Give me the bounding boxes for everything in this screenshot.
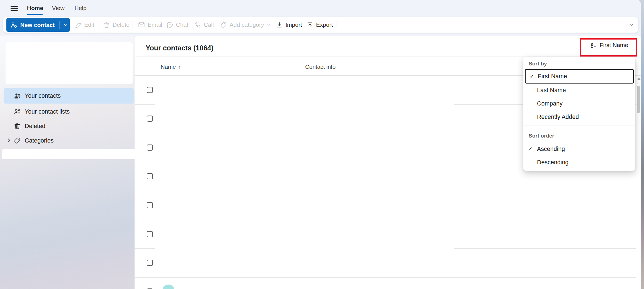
contact-list-icon — [13, 108, 21, 116]
chevron-right-icon[interactable] — [6, 138, 12, 143]
page-title: Your contacts (1064) — [146, 44, 213, 52]
sort-order-descending[interactable]: Descending — [523, 156, 635, 169]
contact-row-checkbox[interactable] — [147, 144, 153, 151]
scrollbar-thumb[interactable] — [637, 86, 640, 113]
sidebar-item-categories[interactable]: Categories — [4, 133, 134, 148]
row-separator — [135, 104, 155, 105]
contact-row-checkbox[interactable] — [147, 173, 153, 179]
command-toolbar: New contact Edit — [3, 17, 638, 33]
menu-divider — [523, 126, 635, 126]
sort-option-company[interactable]: Company — [523, 97, 635, 110]
row-separator — [454, 220, 636, 220]
sidebar-item-label: Categories — [25, 137, 54, 144]
active-tab-underline — [27, 14, 43, 15]
sort-order-section-label: Sort order — [529, 133, 554, 139]
edit-button[interactable]: Edit — [75, 17, 94, 33]
toolbar-divider — [133, 21, 133, 29]
new-contact-label: New contact — [20, 22, 55, 28]
sidebar-bottom-strip — [2, 149, 135, 159]
column-header-contact-info[interactable]: Contact info — [305, 63, 335, 70]
sidebar-empty-panel — [6, 42, 133, 84]
person-add-icon — [10, 21, 18, 29]
email-label: Email — [148, 21, 162, 28]
call-button[interactable]: Call — [194, 17, 214, 33]
contact-row-checkbox[interactable] — [147, 231, 153, 237]
row-separator — [454, 191, 636, 191]
category-tag-icon — [13, 137, 21, 144]
add-category-label: Add category — [230, 21, 264, 28]
tab-home[interactable]: Home — [27, 5, 43, 11]
sidebar-item-label: Your contact lists — [25, 108, 70, 115]
chat-bubble-icon — [166, 21, 173, 28]
checkmark-icon: ✓ — [527, 146, 534, 152]
toolbar-overflow-chevron[interactable] — [629, 17, 634, 33]
outlook-people-window: Home View Help New contact — [0, 0, 641, 289]
tab-view[interactable]: View — [52, 5, 64, 11]
red-annotation-rectangle — [580, 38, 637, 57]
row-separator — [135, 277, 636, 278]
contact-row-checkbox[interactable] — [147, 260, 153, 266]
new-contact-dropdown-chevron[interactable] — [61, 18, 70, 32]
sidebar-item-label: Your contacts — [25, 92, 61, 99]
category-tag-icon — [220, 21, 227, 28]
column-header-name[interactable]: Name↑ — [161, 63, 181, 70]
edit-label: Edit — [84, 21, 94, 28]
add-category-chevron-icon — [267, 23, 271, 27]
trash-icon — [103, 21, 110, 28]
row-separator — [135, 248, 155, 249]
toolbar-divider — [98, 21, 98, 29]
title-divider — [135, 57, 636, 57]
sort-order-ascending[interactable]: ✓ Ascending — [523, 142, 635, 156]
contact-row-checkbox[interactable] — [147, 202, 153, 208]
avatar — [162, 285, 175, 289]
import-button[interactable]: Import — [276, 17, 302, 33]
export-label: Export — [316, 21, 333, 28]
toolbar-divider — [271, 21, 271, 29]
folder-sidebar: Your contacts Your contact lists — [0, 36, 135, 289]
toolbar-divider — [215, 21, 215, 29]
sort-option-last-name[interactable]: Last Name — [523, 84, 635, 97]
export-button[interactable]: Export — [307, 17, 333, 33]
button-split-divider — [59, 21, 59, 29]
contact-row-checkbox[interactable] — [147, 116, 153, 122]
sidebar-item-your-contact-lists[interactable]: Your contact lists — [4, 104, 134, 119]
email-envelope-icon — [138, 21, 145, 28]
screenshot-stage: Home View Help New contact — [0, 0, 644, 289]
row-separator — [454, 248, 636, 249]
hamburger-menu-icon[interactable] — [11, 6, 18, 11]
edit-pencil-icon — [75, 21, 82, 28]
toolbar-divider — [337, 21, 337, 29]
checkmark-icon: ✓ — [529, 73, 535, 80]
call-label: Call — [204, 21, 214, 28]
desktop-wallpaper-strip — [641, 0, 644, 289]
people-icon — [13, 92, 21, 100]
scrollbar-up-arrow[interactable] — [637, 78, 641, 80]
email-button[interactable]: Email — [138, 17, 162, 33]
tab-help[interactable]: Help — [74, 5, 86, 11]
export-arrow-icon — [307, 21, 314, 28]
sort-option-first-name[interactable]: ✓ First Name — [525, 69, 634, 84]
import-arrow-icon — [276, 21, 283, 28]
trash-icon — [13, 123, 21, 130]
row-separator — [135, 162, 155, 162]
delete-button[interactable]: Delete — [103, 17, 130, 33]
contact-row-checkbox[interactable] — [147, 87, 153, 93]
add-category-button[interactable]: Add category — [220, 17, 271, 33]
chat-label: Chat — [176, 21, 188, 28]
import-label: Import — [285, 21, 302, 28]
sort-menu: Sort by ✓ First Name Last Name Company R… — [523, 57, 635, 171]
sidebar-item-deleted[interactable]: Deleted — [4, 119, 134, 133]
new-contact-button[interactable]: New contact — [6, 18, 70, 32]
sort-by-section-label: Sort by — [529, 61, 547, 67]
sidebar-item-label: Deleted — [25, 123, 45, 130]
chat-button[interactable]: Chat — [166, 17, 188, 33]
sort-ascending-arrow-icon: ↑ — [178, 64, 181, 70]
row-separator — [135, 191, 155, 191]
row-separator — [135, 220, 155, 220]
sort-option-recently-added[interactable]: Recently Added — [523, 110, 635, 124]
row-separator — [135, 133, 155, 133]
delete-label: Delete — [113, 21, 130, 28]
sidebar-item-your-contacts[interactable]: Your contacts — [4, 88, 134, 104]
phone-icon — [194, 21, 201, 28]
